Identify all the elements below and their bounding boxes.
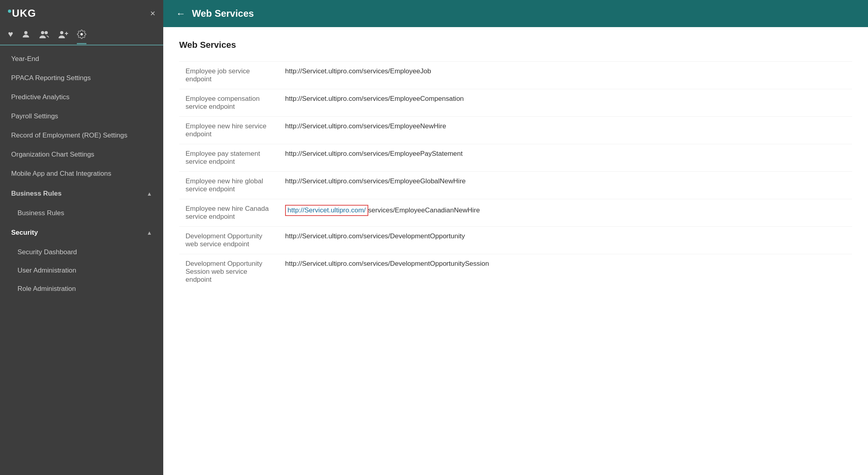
- service-label: Employee new hire Canada service endpoin…: [179, 199, 279, 227]
- service-url: http://Servicet.ultipro.com/services/Dev…: [279, 254, 852, 290]
- person-nav-icon[interactable]: [21, 29, 31, 44]
- sidebar-item-user-administration[interactable]: User Administration: [0, 261, 163, 280]
- sidebar-item-predictive-analytics[interactable]: Predictive Analytics: [0, 88, 163, 107]
- service-label: Employee new hire global service endpoin…: [179, 172, 279, 199]
- gear-nav-icon[interactable]: [77, 29, 86, 44]
- svg-point-0: [24, 31, 27, 34]
- service-label: Employee compensation service endpoint: [179, 89, 279, 117]
- sidebar-icon-bar: ♥: [0, 25, 163, 45]
- service-url-highlighted-cell: http://Servicet.ultipro.com/services/Emp…: [279, 199, 852, 227]
- url-highlight-box: http://Servicet.ultipro.com/: [285, 205, 368, 216]
- top-bar: ← Web Services: [163, 0, 868, 27]
- close-button[interactable]: ×: [150, 8, 155, 19]
- service-label: Employee new hire service endpoint: [179, 117, 279, 144]
- logo: UKG: [8, 7, 36, 20]
- sidebar-item-payroll-settings[interactable]: Payroll Settings: [0, 107, 163, 126]
- table-row: Employee job service endpoint http://Ser…: [179, 62, 852, 89]
- sidebar-item-mobile-app[interactable]: Mobile App and Chat Integrations: [0, 164, 163, 183]
- sidebar-header: UKG ×: [0, 0, 163, 25]
- table-row-highlighted: Employee new hire Canada service endpoin…: [179, 199, 852, 227]
- svg-point-1: [41, 31, 44, 34]
- heart-nav-icon[interactable]: ♥: [8, 29, 13, 45]
- service-url: http://Servicet.ultipro.com/services/Emp…: [279, 117, 852, 144]
- sidebar-item-ppaca[interactable]: PPACA Reporting Settings: [0, 69, 163, 88]
- service-url: http://Servicet.ultipro.com/services/Emp…: [279, 144, 852, 172]
- sidebar-item-business-rules[interactable]: Business Rules: [0, 204, 163, 222]
- sidebar-item-role-administration[interactable]: Role Administration: [0, 280, 163, 298]
- sidebar-item-org-chart[interactable]: Organization Chart Settings: [0, 145, 163, 164]
- service-label: Employee pay statement service endpoint: [179, 144, 279, 172]
- service-url: http://Servicet.ultipro.com/services/Emp…: [279, 89, 852, 117]
- service-label: Employee job service endpoint: [179, 62, 279, 89]
- sidebar-item-roe-settings[interactable]: Record of Employment (ROE) Settings: [0, 126, 163, 145]
- page-title: Web Services: [179, 40, 852, 50]
- services-table: Employee job service endpoint http://Ser…: [179, 61, 852, 289]
- sidebar-section-business-rules-label: Business Rules: [11, 190, 62, 198]
- page-header-title: Web Services: [192, 8, 254, 19]
- service-url: http://Servicet.ultipro.com/services/Emp…: [279, 62, 852, 89]
- table-row: Employee pay statement service endpoint …: [179, 144, 852, 172]
- table-row: Employee compensation service endpoint h…: [179, 89, 852, 117]
- back-button[interactable]: ←: [176, 8, 186, 19]
- chevron-up-icon-security: ▲: [147, 230, 152, 236]
- sidebar-nav: Year-End PPACA Reporting Settings Predic…: [0, 45, 163, 475]
- chevron-up-icon: ▲: [147, 190, 152, 197]
- sidebar-item-security-dashboard[interactable]: Security Dashboard: [0, 243, 163, 261]
- table-row: Employee new hire service endpoint http:…: [179, 117, 852, 144]
- person-add-nav-icon[interactable]: [58, 29, 69, 44]
- table-row: Development Opportunity Session web serv…: [179, 254, 852, 290]
- url-rest: services/EmployeeCanadianNewHire: [368, 206, 480, 214]
- main-area: ← Web Services Web Services Employee job…: [163, 0, 868, 475]
- service-label: Development Opportunity Session web serv…: [179, 254, 279, 290]
- table-row: Employee new hire global service endpoin…: [179, 172, 852, 199]
- service-url: http://Servicet.ultipro.com/services/Emp…: [279, 172, 852, 199]
- svg-point-3: [60, 31, 63, 34]
- content-area: Web Services Employee job service endpoi…: [163, 27, 868, 475]
- service-url: http://Servicet.ultipro.com/services/Dev…: [279, 227, 852, 254]
- table-row: Development Opportunity web service endp…: [179, 227, 852, 254]
- sidebar-section-business-rules[interactable]: Business Rules ▲: [0, 183, 163, 204]
- sidebar-section-security-label: Security: [11, 229, 38, 237]
- logo-dot: [8, 10, 11, 13]
- svg-point-2: [45, 31, 48, 34]
- sidebar-item-year-end[interactable]: Year-End: [0, 49, 163, 69]
- sidebar-section-security[interactable]: Security ▲: [0, 222, 163, 243]
- sidebar: UKG × ♥ Year-End PPACA Reporting Setting…: [0, 0, 163, 475]
- group-nav-icon[interactable]: [39, 29, 50, 44]
- service-label: Development Opportunity web service endp…: [179, 227, 279, 254]
